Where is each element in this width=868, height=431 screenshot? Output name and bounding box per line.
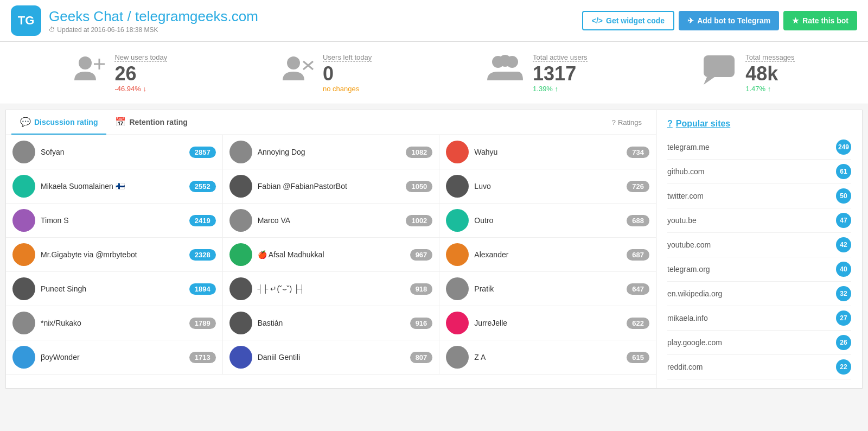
stat-total-active-content: Total active users 1317 1.39% ↑ <box>533 53 587 93</box>
main-content: 💬 Discussion rating 📅 Retention rating ?… <box>0 110 868 389</box>
avatar <box>229 243 252 266</box>
list-item: Luvo726 <box>439 169 656 204</box>
list-item: Mr.Gigabyte via @mrbytebot2328 <box>6 238 222 272</box>
site-name: telegram.org <box>667 265 710 274</box>
popular-sites-title: ? Popular sites <box>667 119 851 129</box>
user-score: 2552 <box>189 181 216 192</box>
widget-code-button[interactable]: </> Get widget code <box>582 11 674 30</box>
avatar <box>446 209 469 232</box>
user-name: Bastián <box>258 319 405 327</box>
header-buttons: </> Get widget code ✈ Add bot to Telegra… <box>582 11 857 30</box>
list-item: mikaela.info27 <box>667 306 851 331</box>
user-score: 647 <box>627 283 649 295</box>
user-name: Marco VA <box>258 216 401 225</box>
avatar <box>229 277 252 300</box>
list-item: βoyWonder1713 <box>6 340 222 375</box>
site-count: 42 <box>836 237 851 252</box>
user-name: βoyWonder <box>41 353 184 362</box>
stat-users-left: Users left today 0 no changes <box>282 53 372 93</box>
site-name: en.wikipedia.org <box>667 289 722 298</box>
site-name: youtube.com <box>667 240 711 249</box>
svg-marker-10 <box>704 77 714 85</box>
avatar <box>229 141 252 163</box>
user-name: ┤├ ↵(˘⌣˘) ├┤ <box>258 284 405 294</box>
site-name: telegram.me <box>667 143 710 151</box>
retention-icon: 📅 <box>115 117 126 127</box>
site-count: 47 <box>836 213 851 228</box>
list-item: Mikaela Suomalainen 🇫🇮2552 <box>6 169 222 204</box>
avatar <box>12 141 35 163</box>
list-item: Daniil Gentili807 <box>223 340 439 375</box>
user-score: 688 <box>627 215 649 226</box>
list-item: Timon S2419 <box>6 204 222 238</box>
list-item: Marco VA1002 <box>223 204 439 238</box>
user-score: 622 <box>627 318 649 329</box>
user-score: 734 <box>627 147 649 158</box>
site-name: github.com <box>667 167 704 176</box>
ratings-link[interactable]: ? Ratings <box>603 110 650 135</box>
avatar <box>12 346 35 369</box>
total-messages-value: 48k <box>745 64 794 84</box>
user-name: 🍎 Afsal Madhukkal <box>258 250 405 259</box>
user-score: 916 <box>410 318 433 329</box>
user-column-3: Wahyu734Luvo726Outro688Alexander687Prati… <box>439 135 656 375</box>
user-name: Annoying Dog <box>258 148 401 156</box>
page-title: Geeks Chat / telegramgeeks.com <box>49 8 258 25</box>
user-name: Daniil Gentili <box>258 353 405 362</box>
user-score: 807 <box>410 352 433 363</box>
site-name: play.google.com <box>667 338 722 347</box>
discussion-icon: 💬 <box>20 117 31 127</box>
user-column-1: Sofyan2857Mikaela Suomalainen 🇫🇮2552Timo… <box>6 135 223 375</box>
avatar <box>12 243 35 266</box>
question-icon-popular: ? <box>667 119 673 129</box>
user-column-2: Annoying Dog1082Fabian @FabianPastorBot1… <box>223 135 440 375</box>
users-left-change: no changes <box>323 85 372 93</box>
user-score: 2328 <box>189 249 216 261</box>
new-users-value: 26 <box>114 64 167 84</box>
clock-icon: ⏱ <box>49 26 55 34</box>
user-name: Z A <box>474 353 621 362</box>
rate-bot-button[interactable]: ★ Rate this bot <box>783 11 857 30</box>
stat-total-messages-content: Total messages 48k 1.47% ↑ <box>745 53 794 93</box>
stat-new-users: New users today 26 -46.94% ↓ <box>73 53 167 93</box>
tab-discussion[interactable]: 💬 Discussion rating <box>11 110 106 135</box>
site-count: 40 <box>836 262 851 277</box>
new-users-icon <box>73 53 106 92</box>
site-name: twitter.com <box>667 192 704 200</box>
site-name: reddit.com <box>667 363 703 371</box>
users-left-value: 0 <box>323 64 372 84</box>
avatar <box>12 175 35 198</box>
list-item: telegram.org40 <box>667 257 851 282</box>
list-item: 🍎 Afsal Madhukkal967 <box>223 238 439 272</box>
list-item: Fabian @FabianPastorBot1050 <box>223 169 439 204</box>
total-active-change: 1.39% ↑ <box>533 85 587 93</box>
logo: TG <box>11 5 41 36</box>
tab-retention[interactable]: 📅 Retention rating <box>106 110 196 135</box>
user-score: 1002 <box>406 215 432 226</box>
user-name: Outro <box>474 216 621 225</box>
question-icon: ? <box>612 118 616 126</box>
stat-total-messages: Total messages 48k 1.47% ↑ <box>701 53 794 93</box>
user-name: Puneet Singh <box>41 284 184 293</box>
list-item: ┤├ ↵(˘⌣˘) ├┤918 <box>223 272 439 306</box>
user-score: 2857 <box>189 147 216 158</box>
user-name: Pratik <box>474 284 621 293</box>
header-left: TG Geeks Chat / telegramgeeks.com ⏱ Upda… <box>11 5 258 36</box>
avatar <box>12 277 35 300</box>
stat-total-active: Total active users 1317 1.39% ↑ <box>486 53 587 93</box>
list-item: *nix/Rukako1789 <box>6 306 222 340</box>
stats-bar: New users today 26 -46.94% ↓ Users left … <box>0 42 868 104</box>
add-bot-button[interactable]: ✈ Add bot to Telegram <box>679 11 779 30</box>
site-count: 22 <box>836 359 851 375</box>
total-messages-label: Total messages <box>745 53 794 62</box>
avatar <box>229 209 252 232</box>
header: TG Geeks Chat / telegramgeeks.com ⏱ Upda… <box>0 0 868 42</box>
sites-list: telegram.me249github.com61twitter.com50y… <box>667 135 851 379</box>
user-columns: Sofyan2857Mikaela Suomalainen 🇫🇮2552Timo… <box>6 135 656 375</box>
user-score: 615 <box>627 352 649 363</box>
user-name: Wahyu <box>474 148 621 156</box>
list-item: Z A615 <box>439 340 656 375</box>
avatar <box>229 175 252 198</box>
list-item: Wahyu734 <box>439 135 656 169</box>
avatar <box>446 277 469 300</box>
